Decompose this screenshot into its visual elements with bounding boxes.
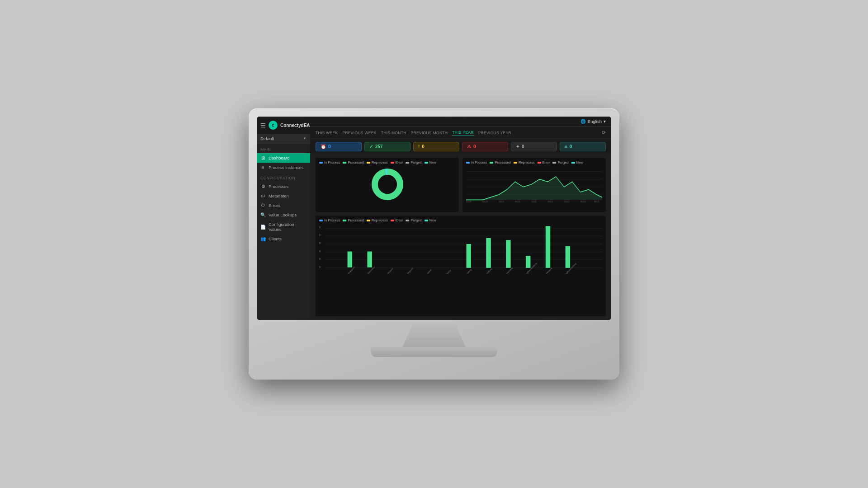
sidebar-item-value-lookups[interactable]: 🔍 Value Lookups [257, 210, 310, 220]
process-instances-label: Process Instances [269, 165, 304, 170]
tab-this-year[interactable]: THIS YEAR [452, 129, 473, 136]
svg-text:PickUp: PickUp [446, 269, 452, 274]
line-legend-reprocess: Reprocess [514, 160, 535, 164]
in-process-icon: ⏰ [321, 144, 326, 149]
profile-label: Default [260, 136, 301, 141]
svg-text:02/01/25: 02/01/25 [482, 200, 488, 202]
bar-chart-svg: 60 50 40 30 20 10 [319, 224, 602, 274]
tab-previous-year[interactable]: PREVIOUS YEAR [478, 130, 511, 136]
svg-text:Verpackung: Verpackung [484, 267, 492, 274]
reprocess-value: 0 [422, 144, 425, 149]
error-value: 0 [473, 144, 476, 149]
period-tabs: THIS WEEK PREVIOUS WEEK THIS MONTH PREVI… [310, 127, 611, 139]
app-name: ConnectydEAI [280, 123, 311, 128]
main-section-label: Main [257, 144, 310, 153]
new-icon: ≡ [565, 144, 567, 149]
new-value: 0 [570, 144, 572, 149]
status-card-purged: ✦ 0 [511, 142, 557, 151]
app: ☰ C ConnectydEAI Default ▼ Main ⊞ Dashbo… [257, 117, 611, 320]
processed-icon: ✓ [369, 144, 373, 149]
purged-value: 0 [522, 144, 524, 149]
donut-chart-panel: In Process Processed Reprocess [316, 158, 459, 212]
line-chart-container: 01/01/25 02/01/25 03/01/25 04/01/25 05/0… [466, 166, 602, 202]
sidebar-item-processes[interactable]: ⚙ Processes [257, 182, 310, 191]
bar-legend-error: Error [391, 218, 403, 222]
topbar: 🌐 English ▾ [310, 117, 611, 127]
monitor-wrapper: ☰ C ConnectydEAI Default ▼ Main ⊞ Dashbo… [249, 108, 619, 380]
svg-text:03/01/25: 03/01/25 [499, 200, 504, 202]
value-lookups-label: Value Lookups [269, 212, 297, 217]
svg-text:01/01/25: 01/01/25 [466, 200, 472, 202]
line-legend: In Process Processed Reprocess [466, 160, 602, 164]
status-card-reprocess: ! 0 [413, 142, 459, 151]
monitor-stand-neck [402, 320, 466, 347]
bar-legend-reprocess: Reprocess [367, 218, 388, 222]
charts-top-row: In Process Processed Reprocess [316, 158, 606, 212]
config-values-label: Configuration Values [269, 222, 307, 232]
svg-text:40: 40 [319, 242, 321, 244]
tab-previous-month[interactable]: PREVIOUS MONTH [411, 130, 448, 136]
legend-in-process: In Process [319, 160, 340, 164]
tab-this-month[interactable]: THIS MONTH [381, 130, 406, 136]
hamburger-icon[interactable]: ☰ [260, 122, 266, 129]
svg-marker-7 [466, 177, 602, 200]
sidebar-item-config-values[interactable]: 📄 Configuration Values [257, 220, 310, 234]
line-legend-error: Error [538, 160, 550, 164]
sidebar-item-clients[interactable]: 👥 Clients [257, 234, 310, 244]
clients-icon: 👥 [260, 236, 266, 241]
svg-rect-41 [506, 240, 510, 268]
svg-rect-37 [467, 244, 471, 268]
in-process-value: 0 [328, 144, 331, 149]
donut-svg [369, 166, 406, 202]
bar-legend-purged: Purged [406, 218, 421, 222]
status-card-error: ⚠ 0 [462, 142, 508, 151]
monitor-bezel: ☰ C ConnectydEAI Default ▼ Main ⊞ Dashbo… [249, 108, 619, 380]
svg-rect-31 [367, 252, 372, 267]
svg-text:09/01/25: 09/01/25 [594, 200, 599, 202]
sidebar-item-errors[interactable]: ⏱ Errors [257, 201, 310, 210]
line-chart-svg: 01/01/25 02/01/25 03/01/25 04/01/25 05/0… [466, 166, 602, 202]
tab-this-week[interactable]: THIS WEEK [316, 130, 338, 136]
charts-area: In Process Processed Reprocess [310, 154, 611, 320]
lang-globe-icon: 🌐 [580, 119, 586, 124]
status-cards: ⏰ 0 ✓ 257 ! 0 ⚠ 0 [310, 139, 611, 154]
lang-label: English [588, 119, 602, 124]
sidebar: ☰ C ConnectydEAI Default ▼ Main ⊞ Dashbo… [257, 117, 310, 320]
svg-text:50: 50 [319, 234, 321, 236]
process-instances-icon: ≡ [260, 165, 266, 170]
clients-label: Clients [269, 236, 282, 241]
metadaten-icon: 🏷 [260, 193, 266, 198]
lang-selector[interactable]: 🌐 English ▾ [580, 119, 606, 124]
lang-arrow-icon: ▾ [604, 119, 606, 124]
monitor-stand-base [371, 347, 497, 357]
logo: C [269, 121, 278, 130]
donut-container [319, 166, 455, 202]
line-legend-processed: Processed [490, 160, 510, 164]
dashboard-label: Dashboard [269, 155, 289, 160]
config-section-label: Configuration [257, 172, 310, 182]
processes-label: Processes [269, 184, 288, 189]
tab-previous-week[interactable]: PREVIOUS WEEK [342, 130, 376, 136]
bar-legend-in-process: In Process [319, 218, 340, 222]
svg-rect-45 [546, 226, 550, 267]
sidebar-item-dashboard[interactable]: ⊞ Dashboard [257, 153, 310, 163]
monitor-screen: ☰ C ConnectydEAI Default ▼ Main ⊞ Dashbo… [257, 117, 611, 320]
bar-chart-container: 60 50 40 30 20 10 [319, 224, 602, 274]
profile-dropdown[interactable]: Default ▼ [257, 134, 310, 144]
processed-value: 257 [375, 144, 383, 149]
sidebar-item-process-instances[interactable]: ≡ Process Instances [257, 163, 310, 172]
legend-new: New [425, 160, 436, 164]
bar-chart-panel: In Process Processed Reprocess [316, 216, 606, 316]
svg-rect-39 [486, 238, 491, 268]
svg-text:Ladeliste: Ladeliste [425, 268, 432, 274]
svg-text:10: 10 [319, 266, 321, 268]
errors-label: Errors [269, 203, 280, 208]
bar-legend-new: New [425, 218, 436, 222]
svg-rect-29 [348, 252, 352, 267]
value-lookups-icon: 🔍 [260, 212, 266, 217]
legend-reprocess: Reprocess [367, 160, 388, 164]
sidebar-item-metadaten[interactable]: 🏷 Metadaten [257, 191, 310, 201]
svg-text:06/01/25: 06/01/25 [548, 200, 553, 202]
svg-text:04/01/25: 04/01/25 [515, 200, 520, 202]
refresh-icon[interactable]: ⟳ [602, 130, 606, 136]
